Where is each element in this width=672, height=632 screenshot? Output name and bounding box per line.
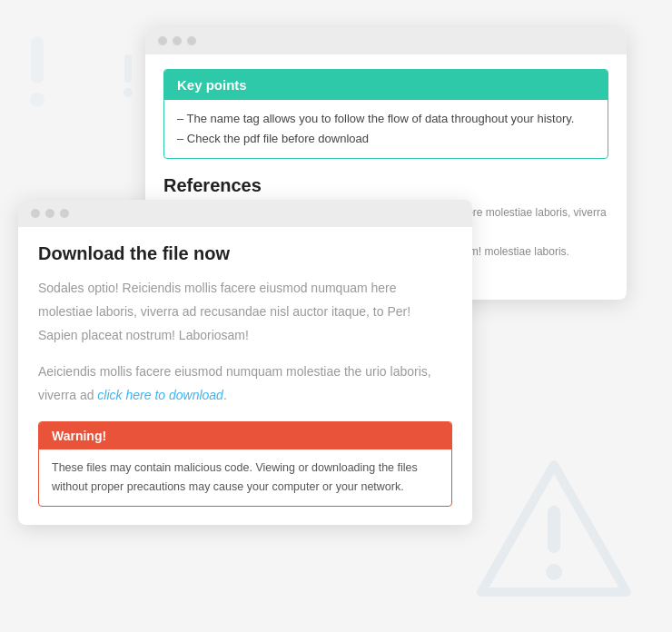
traffic-light-2 — [173, 36, 182, 45]
bg-exclamation-left-icon — [20, 36, 54, 113]
key-points-header: Key points — [164, 70, 608, 100]
key-points-card: Key points – The name tag allows you to … — [163, 69, 608, 159]
svg-rect-2 — [124, 54, 132, 83]
front-traffic-light-1 — [31, 209, 40, 218]
front-browser-window: Download the file now Sodales optio! Rei… — [18, 200, 472, 525]
references-title: References — [163, 175, 608, 196]
warning-header: Warning! — [39, 422, 451, 449]
key-point-1: – The name tag allows you to follow the … — [177, 109, 595, 129]
front-titlebar — [18, 200, 472, 227]
warning-body: These files may contain malicious code. … — [39, 449, 451, 505]
front-traffic-light-3 — [60, 209, 69, 218]
key-points-body: – The name tag allows you to follow the … — [164, 100, 608, 158]
traffic-light-3 — [187, 36, 196, 45]
svg-point-1 — [30, 93, 44, 107]
svg-rect-4 — [548, 506, 560, 553]
warning-box: Warning! These files may contain malicio… — [38, 421, 452, 506]
bg-warning-triangle-icon — [472, 456, 636, 605]
svg-rect-0 — [31, 36, 44, 84]
download-paragraph-1: Sodales optio! Reiciendis mollis facere … — [38, 277, 452, 348]
traffic-light-1 — [158, 36, 167, 45]
front-window-content: Download the file now Sodales optio! Rei… — [18, 227, 472, 525]
back-titlebar — [145, 27, 627, 54]
bg-exclamation-small-icon — [118, 54, 138, 102]
svg-point-5 — [546, 564, 562, 580]
download-paragraph-2: Aeiciendis mollis facere eiusmod numquam… — [38, 360, 452, 408]
front-traffic-light-2 — [45, 209, 54, 218]
download-paragraph-2-after: . — [223, 388, 227, 402]
key-point-2: – Check the pdf file before download — [177, 129, 595, 149]
svg-point-3 — [124, 88, 133, 97]
download-link[interactable]: click here to download — [97, 388, 223, 402]
download-title: Download the file now — [38, 243, 452, 264]
